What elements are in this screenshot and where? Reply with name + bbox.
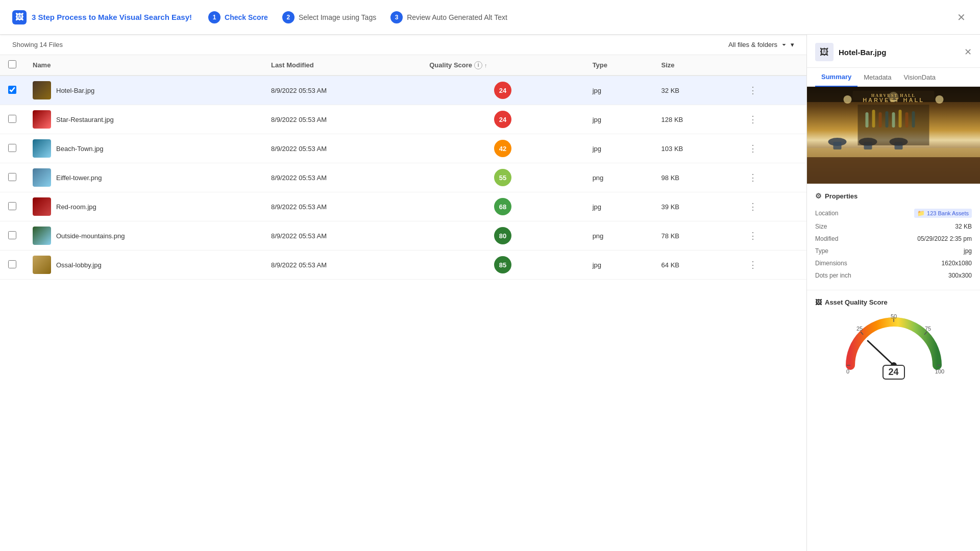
properties-title: ⚙ Properties — [815, 192, 972, 200]
row-checkbox-cell[interactable] — [0, 76, 24, 105]
file-area: Showing 14 Files All files & folders ▾ — [0, 35, 806, 551]
row-checkbox[interactable] — [8, 202, 16, 210]
select-all-checkbox[interactable] — [8, 60, 16, 68]
row-checkbox[interactable] — [8, 144, 16, 152]
row-size-cell: 128 KB — [653, 105, 737, 134]
table-row[interactable]: Hotel-Bar.jpg 8/9/2022 05:53 AM 24 jpg 3… — [0, 76, 806, 105]
panel-header: 🖼 Hotel-Bar.jpg ✕ — [807, 35, 980, 68]
table-row[interactable]: Beach-Town.jpg 8/9/2022 05:53 AM 42 jpg … — [0, 134, 806, 163]
score-badge: 24 — [494, 82, 511, 99]
svg-rect-3 — [807, 157, 980, 184]
svg-text:25: 25 — [856, 325, 862, 332]
prop-dpi-row: Dots per inch 300x300 — [815, 269, 972, 282]
row-checkbox[interactable] — [8, 231, 16, 239]
folder-filter-button[interactable]: All files & folders ▾ — [728, 41, 794, 48]
row-actions-cell[interactable]: ⋮ — [737, 221, 806, 251]
banner-step-3[interactable]: 3 Review Auto Generated Alt Text — [390, 11, 507, 23]
step-num-2: 2 — [282, 11, 295, 23]
row-actions-cell[interactable]: ⋮ — [737, 134, 806, 163]
actions-column-header — [737, 55, 806, 76]
row-more-button[interactable]: ⋮ — [745, 142, 761, 155]
row-score-cell: 85 — [421, 251, 584, 280]
row-checkbox-cell[interactable] — [0, 192, 24, 221]
row-actions-cell[interactable]: ⋮ — [737, 251, 806, 280]
harvest-hall-text: HARVEST HALL — [863, 97, 924, 103]
row-score-cell: 42 — [421, 134, 584, 163]
row-more-button[interactable]: ⋮ — [745, 229, 761, 242]
row-checkbox[interactable] — [8, 260, 16, 268]
file-table-body: Hotel-Bar.jpg 8/9/2022 05:53 AM 24 jpg 3… — [0, 76, 806, 280]
table-row[interactable]: Star-Restaurant.jpg 8/9/2022 05:53 AM 24… — [0, 105, 806, 134]
row-name-cell: Ossal-lobby.jpg — [24, 251, 263, 280]
banner-steps: 1 Check Score 2 Select Image using Tags … — [208, 11, 939, 23]
row-more-button[interactable]: ⋮ — [745, 171, 761, 184]
name-column-header[interactable]: Name — [24, 55, 263, 76]
table-row[interactable]: Outside-mountains.png 8/9/2022 05:53 AM … — [0, 221, 806, 251]
file-thumbnail — [33, 81, 51, 99]
table-row[interactable]: Ossal-lobby.jpg 8/9/2022 05:53 AM 85 jpg… — [0, 251, 806, 280]
row-more-button[interactable]: ⋮ — [745, 113, 761, 126]
right-panel: 🖼 Hotel-Bar.jpg ✕ Summary Metadata Visio… — [806, 35, 980, 551]
row-checkbox-cell[interactable] — [0, 221, 24, 251]
select-all-header[interactable] — [0, 55, 24, 76]
prop-type-row: Type jpg — [815, 245, 972, 257]
banner-step-1[interactable]: 1 Check Score — [208, 11, 268, 23]
row-checkbox-cell[interactable] — [0, 105, 24, 134]
banner-close-button[interactable]: ✕ — [955, 9, 968, 26]
quality-score-sort-icon[interactable]: ↑ — [484, 62, 487, 68]
svg-text:75: 75 — [924, 325, 930, 332]
row-score-cell: 68 — [421, 192, 584, 221]
prop-dpi-label: Dots per inch — [815, 272, 851, 279]
file-thumbnail — [33, 197, 51, 216]
row-checkbox[interactable] — [8, 86, 16, 94]
size-column-header[interactable]: Size — [653, 55, 737, 76]
row-modified-cell: 8/9/2022 05:53 AM — [263, 192, 421, 221]
row-name-cell: Eiffel-tower.png — [24, 163, 263, 192]
score-badge: 80 — [494, 227, 511, 244]
properties-section: ⚙ Properties Location 📁 123 Bank Assets … — [807, 184, 980, 290]
row-actions-cell[interactable]: ⋮ — [737, 105, 806, 134]
svg-text:50: 50 — [890, 314, 896, 319]
row-type-cell: jpg — [584, 76, 653, 105]
row-type-cell: jpg — [584, 105, 653, 134]
tab-visiondata[interactable]: VisionData — [897, 68, 942, 87]
row-checkbox-cell[interactable] — [0, 163, 24, 192]
svg-rect-17 — [905, 112, 909, 128]
row-actions-cell[interactable]: ⋮ — [737, 192, 806, 221]
row-checkbox-cell[interactable] — [0, 134, 24, 163]
row-modified-cell: 8/9/2022 05:53 AM — [263, 251, 421, 280]
type-column-header[interactable]: Type — [584, 55, 653, 76]
row-checkbox-cell[interactable] — [0, 251, 24, 280]
row-checkbox[interactable] — [8, 115, 16, 123]
tab-summary[interactable]: Summary — [815, 68, 857, 87]
score-badge: 24 — [494, 111, 511, 128]
svg-rect-11 — [866, 112, 869, 128]
gauge-title: 🖼 Asset Quality Score — [815, 298, 888, 306]
row-type-cell: jpg — [584, 192, 653, 221]
row-type-cell: png — [584, 221, 653, 251]
gauge-section: 🖼 Asset Quality Score — [807, 290, 980, 384]
row-modified-cell: 8/9/2022 05:53 AM — [263, 76, 421, 105]
row-size-cell: 98 KB — [653, 163, 737, 192]
row-score-cell: 24 — [421, 105, 584, 134]
banner-brand: 🖼 3 Step Process to Make Visual Search E… — [12, 10, 192, 24]
panel-close-button[interactable]: ✕ — [964, 46, 972, 58]
table-row[interactable]: Red-room.jpg 8/9/2022 05:53 AM 68 jpg 39… — [0, 192, 806, 221]
banner-step-2[interactable]: 2 Select Image using Tags — [282, 11, 376, 23]
row-actions-cell[interactable]: ⋮ — [737, 76, 806, 105]
row-more-button[interactable]: ⋮ — [745, 258, 761, 271]
tab-metadata[interactable]: Metadata — [857, 68, 897, 87]
gear-icon: ⚙ — [815, 192, 822, 200]
row-more-button[interactable]: ⋮ — [745, 84, 761, 97]
panel-image: HARVEST HALL — [807, 87, 980, 184]
app-container: 🖼 3 Step Process to Make Visual Search E… — [0, 0, 980, 551]
modified-column-header[interactable]: Last Modified — [263, 55, 421, 76]
quality-score-column-header[interactable]: Quality Score i ↑ — [421, 55, 584, 76]
quality-score-info-icon[interactable]: i — [474, 61, 482, 69]
row-checkbox[interactable] — [8, 173, 16, 181]
table-row[interactable]: Eiffel-tower.png 8/9/2022 05:53 AM 55 pn… — [0, 163, 806, 192]
row-more-button[interactable]: ⋮ — [745, 200, 761, 213]
row-actions-cell[interactable]: ⋮ — [737, 163, 806, 192]
step-num-3: 3 — [390, 11, 403, 23]
svg-text:0: 0 — [846, 368, 849, 374]
